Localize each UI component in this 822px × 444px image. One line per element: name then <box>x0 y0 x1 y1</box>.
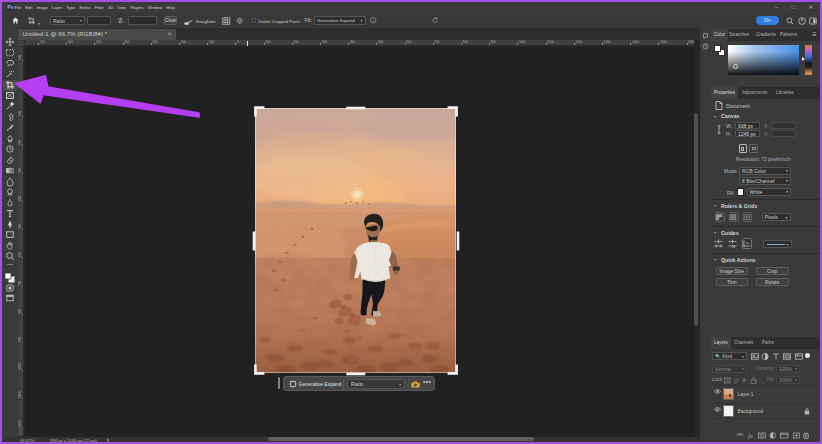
svg-text:i: i <box>373 19 374 23</box>
svg-text:fx: fx <box>748 432 753 439</box>
